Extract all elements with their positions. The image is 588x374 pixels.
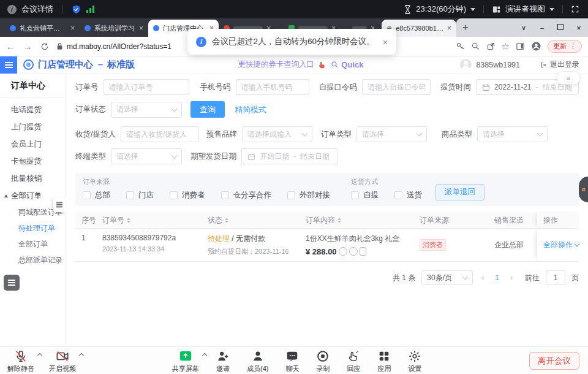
browser-menu-kebab-icon[interactable]: ⋮ [570,42,576,50]
meeting-notes-widget[interactable] [4,275,20,291]
header-content[interactable]: 订单内容 [300,212,413,228]
phone-icon[interactable] [360,247,366,256]
bookmark-star-icon[interactable]: ☆ [502,41,510,52]
sidebar-item-pending-orders[interactable]: 待处理订单 [0,220,65,236]
tab-close-icon[interactable]: × [447,24,451,32]
goto-page-input[interactable] [546,270,565,285]
checkbox-source-hq[interactable]: 总部 [83,190,110,200]
pickup-code-input[interactable] [362,79,431,95]
logout-button[interactable]: 退出登录 [540,59,579,70]
new-tab-button[interactable]: + [456,22,474,33]
sidebar-item-phone-pickup[interactable]: 电话提货 [0,101,65,118]
tab-close-icon[interactable]: × [139,24,143,32]
search-button[interactable]: 查询 [190,101,225,118]
current-page[interactable]: 1 [492,273,502,282]
sidebar-collapse-handle[interactable] [53,197,66,212]
dispatch-return-button[interactable]: 派单退回 [435,184,484,200]
checkbox-icon[interactable] [394,191,402,199]
apps-button[interactable]: 应用 [377,349,391,373]
meeting-detail-label[interactable]: 会议详情 [21,4,53,15]
checkbox-icon[interactable] [83,191,91,199]
forward-icon[interactable]: → [23,42,32,52]
chevron-up-icon[interactable] [79,353,84,358]
zoom-icon[interactable] [471,42,480,51]
phone-input[interactable] [236,79,309,95]
checkbox-icon[interactable] [126,191,134,199]
key-icon[interactable] [456,42,465,51]
fullscreen-icon[interactable] [571,5,579,13]
next-page-button[interactable]: › [508,273,515,282]
side-panel-icon[interactable] [516,42,525,51]
share-icon[interactable] [486,42,496,51]
back-icon[interactable]: ← [6,42,15,52]
goods-type-select[interactable]: 请选择 [477,126,548,142]
checkbox-source-consumer[interactable]: 消费者 [170,190,205,200]
page-size-select[interactable]: 30条/页 [421,270,473,285]
sidebar-item-all-orders[interactable]: 全部订单 [0,236,65,252]
sort-icon[interactable] [127,218,130,223]
tab-close-icon[interactable]: × [70,24,75,32]
sort-icon[interactable] [337,218,341,223]
all-actions-dropdown[interactable]: 全部操作 [543,240,579,250]
quick-search-link[interactable]: Quick [331,60,363,69]
brand-select[interactable]: 请选择或输入 [242,126,312,142]
order-status-select[interactable]: 请选择 [111,102,182,118]
receiver-input[interactable] [121,126,199,142]
filter-expand-button[interactable]: » [557,71,580,85]
view-mode-label[interactable]: 演讲者视图 [505,4,545,15]
browser-tab[interactable]: 礼盒营销平台管理中心 × [5,20,80,37]
reload-icon[interactable] [40,42,49,51]
members-button[interactable]: 成员(4) [247,349,268,373]
meeting-info-icon[interactable]: i [7,5,17,14]
order-no-input[interactable] [104,79,189,95]
gift-icon[interactable] [349,247,358,256]
sort-icon[interactable] [225,218,228,223]
browser-update-button[interactable]: 更新 ⋮ [548,40,582,53]
chevron-up-icon[interactable] [202,353,207,358]
security-shield-icon[interactable] [71,4,81,15]
chat-button[interactable]: 聊天 [285,349,299,373]
sidebar-toggle-button[interactable] [0,56,17,74]
toast-close-icon[interactable]: × [383,37,388,47]
header-order-no[interactable]: 订单号 [96,212,202,228]
window-minimize-button[interactable]: – [533,24,551,31]
prev-page-button[interactable]: ‹ [479,273,486,282]
checkbox-delivery-selfpickup[interactable]: 自提 [351,190,379,200]
header-status[interactable]: 状态 [202,212,300,228]
leave-meeting-button[interactable]: 离开会议 [529,352,579,370]
ship-date-range-input[interactable]: 开始日期 - 结束日期 [241,148,338,164]
sidebar-item-batch-verify[interactable]: 批量核销 [0,170,65,187]
window-close-button[interactable]: × [570,23,588,32]
simple-mode-link[interactable]: 精简模式 [235,104,266,115]
checkbox-source-warehouse-share[interactable]: 仓分享合作 [221,190,272,200]
checkbox-icon[interactable] [221,191,229,199]
view-caret-icon[interactable] [549,8,554,11]
order-number[interactable]: 83859345088979792a [102,234,202,242]
invite-button[interactable]: 邀请 [216,349,230,373]
sidebar-item-card-pickup[interactable]: 卡包提货 [0,153,65,170]
user-avatar[interactable] [460,59,472,71]
record-button[interactable]: 录制 [316,349,330,373]
timer-caret-icon[interactable] [470,8,475,11]
sidebar-item-member-visit[interactable]: 会员上门 [0,135,65,153]
terminal-type-select[interactable]: 请选择 [111,148,182,164]
network-signal-icon[interactable] [86,6,94,13]
coin-icon[interactable] [339,247,347,256]
order-type-select[interactable]: 请选择 [356,126,427,142]
window-maximize-button[interactable] [551,24,570,31]
checkbox-icon[interactable] [170,191,178,199]
url-field[interactable]: md.maboy.cn/AllOrder?status=1 [56,42,172,51]
settings-button[interactable]: 设置 [408,349,421,373]
checkbox-icon[interactable] [287,191,295,199]
sidebar-item-door-pickup[interactable]: 上门提货 [0,118,65,135]
checkbox-source-store[interactable]: 门店 [126,190,154,200]
checkbox-source-external[interactable]: 外部对接 [287,190,330,200]
sidebar-item-hq-dispatch-log[interactable]: 总部派单记录 [0,252,65,268]
checkbox-delivery-deliver[interactable]: 送货 [394,190,422,200]
unmute-button[interactable]: 解除静音 [7,349,34,373]
browser-tab[interactable]: 系统培训学习 × [80,20,148,37]
promo-link[interactable]: 更快捷的券卡查询入口 [238,59,314,70]
share-screen-button[interactable]: 共享屏幕 [172,349,199,373]
chevron-up-icon[interactable] [37,353,42,358]
reactions-button[interactable]: 回应 [347,349,360,373]
